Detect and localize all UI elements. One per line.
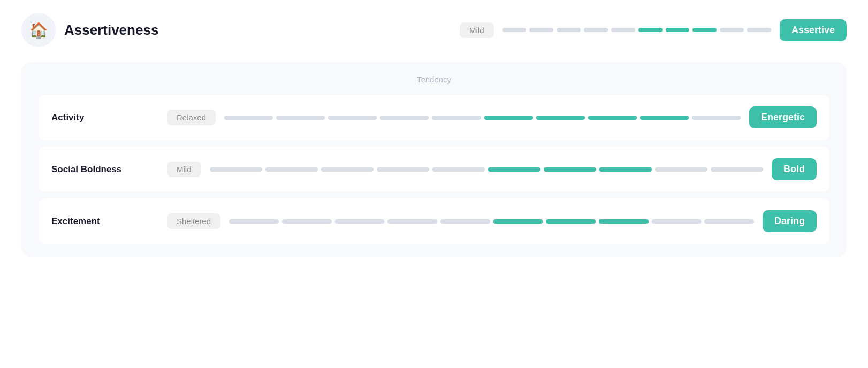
- bar-segment: [529, 28, 553, 32]
- bar-segment: [432, 116, 481, 120]
- bar-segment: [640, 116, 689, 120]
- bar-segment: [599, 219, 649, 224]
- bar-segment: [440, 219, 490, 224]
- bar-segment: [655, 167, 707, 172]
- bar-segment: [265, 167, 318, 172]
- bar-segment: [711, 167, 763, 172]
- bar-segment: [282, 219, 332, 224]
- trait-left-label: Relaxed: [167, 110, 216, 125]
- trait-row: ExcitementShelteredDaring: [39, 198, 829, 244]
- bar-segment: [546, 219, 596, 224]
- header-result-label: Assertive: [780, 19, 847, 41]
- tendency-card: Tendency ActivityRelaxedEnergeticSocial …: [21, 62, 847, 257]
- bar-segment: [557, 28, 581, 32]
- bar-segment: [747, 28, 771, 32]
- header-scale: Mild Assertive: [460, 19, 847, 41]
- bar-segment: [484, 116, 533, 120]
- bar-segment: [666, 28, 690, 32]
- trait-name: Excitement: [51, 216, 158, 227]
- bar-segment: [488, 167, 540, 172]
- bar-segment: [276, 116, 325, 120]
- bar-segment: [638, 28, 663, 32]
- trait-bar-track: [229, 219, 754, 224]
- trait-left-label: Mild: [167, 162, 201, 177]
- bar-segment: [210, 167, 262, 172]
- bar-segment: [652, 219, 702, 224]
- bar-segment: [328, 116, 377, 120]
- trait-name: Social Boldness: [51, 164, 158, 175]
- trait-name: Activity: [51, 112, 158, 123]
- bar-segment: [502, 28, 527, 32]
- bar-segment: [224, 116, 273, 120]
- bar-segment: [536, 116, 585, 120]
- bar-segment: [321, 167, 374, 172]
- trait-row: ActivityRelaxedEnergetic: [39, 95, 829, 140]
- bar-segment: [692, 28, 717, 32]
- avatar: 🏠: [21, 13, 56, 47]
- bar-segment: [432, 167, 485, 172]
- traits-container: ActivityRelaxedEnergeticSocial BoldnessM…: [39, 95, 829, 244]
- bar-segment: [584, 28, 608, 32]
- trait-left-label: Sheltered: [167, 213, 220, 229]
- page-title: Assertiveness: [64, 22, 451, 39]
- trait-result-label: Energetic: [749, 106, 817, 128]
- bar-segment: [377, 167, 429, 172]
- trait-result-label: Bold: [772, 158, 817, 180]
- bar-segment: [544, 167, 596, 172]
- trait-result-label: Daring: [763, 210, 817, 232]
- bar-segment: [229, 219, 279, 224]
- bar-segment: [493, 219, 543, 224]
- bar-segment: [692, 116, 741, 120]
- trait-bar-track: [224, 116, 741, 120]
- avatar-icon: 🏠: [29, 21, 48, 39]
- header-left-label: Mild: [460, 22, 494, 38]
- bar-segment: [380, 116, 429, 120]
- header-row: 🏠 Assertiveness Mild Assertive: [21, 13, 847, 47]
- header-bar-track: [502, 28, 771, 32]
- bar-segment: [704, 219, 754, 224]
- bar-segment: [335, 219, 385, 224]
- tendency-section-label: Tendency: [39, 75, 829, 84]
- trait-row: Social BoldnessMildBold: [39, 147, 829, 192]
- trait-bar-track: [210, 167, 763, 172]
- bar-segment: [611, 28, 635, 32]
- bar-segment: [588, 116, 637, 120]
- bar-segment: [720, 28, 744, 32]
- bar-segment: [599, 167, 652, 172]
- bar-segment: [387, 219, 437, 224]
